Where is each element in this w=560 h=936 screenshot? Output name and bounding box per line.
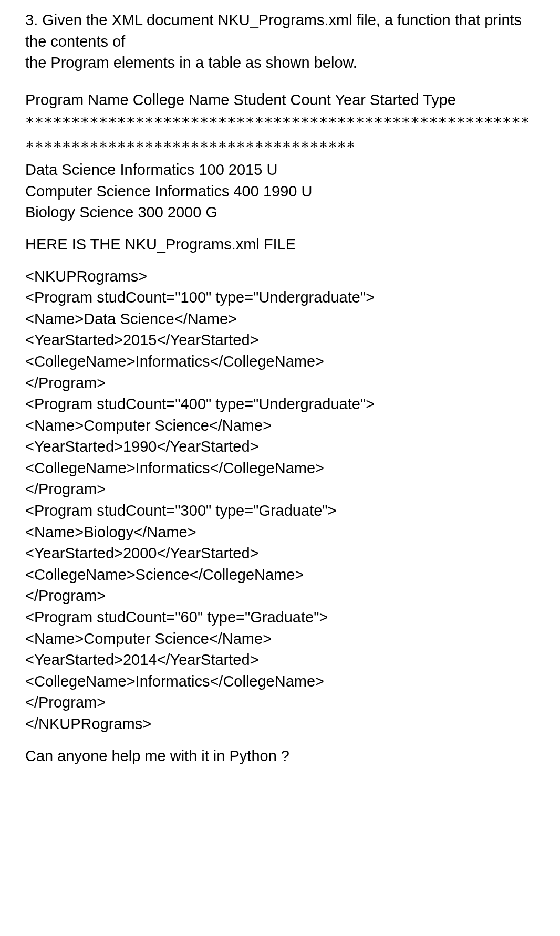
data-row: Biology Science 300 2000 G — [25, 202, 535, 223]
xml-line: <Name>Computer Science</Name> — [25, 415, 535, 436]
xml-line: <CollegeName>Informatics</CollegeName> — [25, 671, 535, 692]
question-line-1: 3. Given the XML document NKU_Programs.x… — [25, 12, 522, 50]
xml-line: <Name>Data Science</Name> — [25, 308, 535, 330]
xml-line: <Program studCount="100" type="Undergrad… — [25, 287, 535, 308]
xml-content-block: <NKUPRograms> <Program studCount="100" t… — [25, 266, 535, 735]
xml-line: </Program> — [25, 372, 535, 394]
xml-line: <YearStarted>2000</YearStarted> — [25, 543, 535, 564]
xml-line: <Program studCount="300" type="Graduate"… — [25, 500, 535, 522]
data-row: Computer Science Informatics 400 1990 U — [25, 181, 535, 202]
xml-line: </NKUPRograms> — [25, 713, 535, 735]
xml-line: <Program studCount="60" type="Graduate"> — [25, 607, 535, 628]
xml-line: <YearStarted>2014</YearStarted> — [25, 649, 535, 671]
question-line-2: the Program elements in a table as shown… — [25, 54, 357, 71]
xml-line: </Program> — [25, 479, 535, 500]
xml-line: <CollegeName>Informatics</CollegeName> — [25, 351, 535, 372]
xml-line: <YearStarted>1990</YearStarted> — [25, 436, 535, 457]
table-header: Program Name College Name Student Count … — [25, 89, 535, 111]
closing-question: Can anyone help me with it in Python ? — [25, 745, 535, 767]
data-row: Data Science Informatics 100 2015 U — [25, 159, 535, 181]
xml-line: </Program> — [25, 585, 535, 607]
xml-line: <Program studCount="400" type="Undergrad… — [25, 393, 535, 415]
xml-line: <NKUPRograms> — [25, 266, 535, 287]
question-paragraph: 3. Given the XML document NKU_Programs.x… — [25, 9, 535, 74]
xml-line: <Name>Computer Science</Name> — [25, 628, 535, 650]
xml-line: <CollegeName>Informatics</CollegeName> — [25, 457, 535, 479]
xml-line: </Program> — [25, 692, 535, 713]
xml-line: <Name>Biology</Name> — [25, 522, 535, 543]
expected-output-block: Program Name College Name Student Count … — [25, 89, 535, 223]
separator-line: ****************************************… — [25, 110, 535, 159]
xml-line: <CollegeName>Science</CollegeName> — [25, 564, 535, 586]
xml-line: <YearStarted>2015</YearStarted> — [25, 329, 535, 351]
file-section-label: HERE IS THE NKU_Programs.xml FILE — [25, 234, 535, 255]
